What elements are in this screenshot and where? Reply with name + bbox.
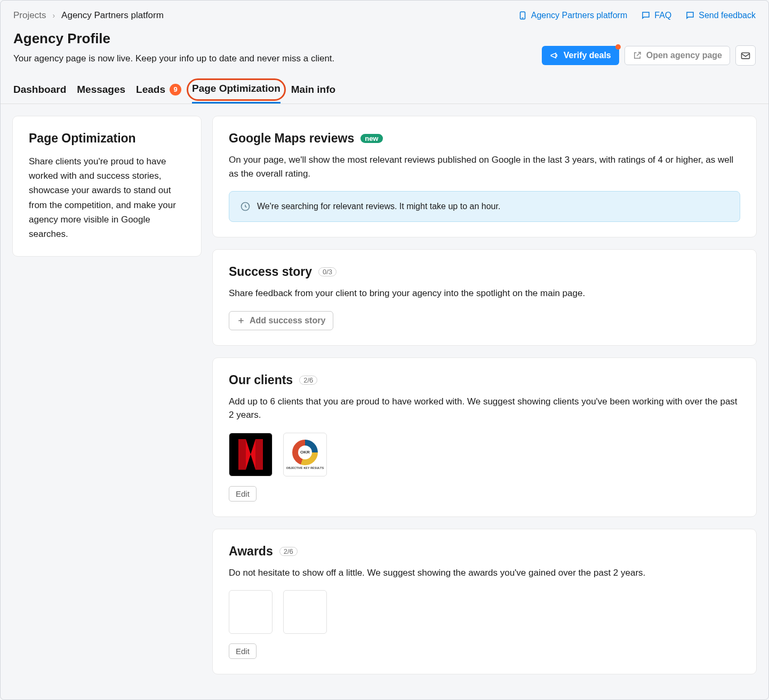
link-faq[interactable]: FAQ <box>641 11 671 20</box>
sidebar-info-card: Page Optimization Share clients you're p… <box>12 116 202 257</box>
tab-dashboard-label: Dashboard <box>13 84 66 96</box>
external-link-icon <box>632 51 642 60</box>
chat-icon <box>641 11 651 20</box>
verify-deals-label: Verify deals <box>564 51 611 60</box>
tab-page-optimization-label: Page Optimization <box>192 83 281 94</box>
mail-button[interactable] <box>735 45 756 66</box>
leads-count-badge: 9 <box>170 84 181 96</box>
success-count-badge: 0/3 <box>318 267 337 276</box>
tab-leads[interactable]: Leads 9 <box>136 84 181 103</box>
clock-icon <box>240 201 251 212</box>
sidebar-title: Page Optimization <box>29 131 185 146</box>
sidebar-body: Share clients you're proud to have worke… <box>29 154 185 241</box>
link-platform[interactable]: Agency Partners platform <box>518 11 628 20</box>
link-feedback-label: Send feedback <box>699 11 756 20</box>
netflix-icon <box>238 439 263 470</box>
edit-awards-button[interactable]: Edit <box>229 643 257 659</box>
tab-leads-label: Leads <box>136 84 165 96</box>
tab-page-optimization[interactable]: Page Optimization <box>192 83 281 104</box>
okr-icon: OKR OBJECTIVE KEY RESULTS <box>286 440 324 470</box>
chevron-right-icon: › <box>52 11 55 20</box>
new-badge: new <box>361 134 382 143</box>
add-success-story-button[interactable]: Add success story <box>229 311 333 330</box>
plus-icon <box>237 316 245 325</box>
page-title: Agency Profile <box>13 30 334 47</box>
client-logo-netflix[interactable] <box>229 433 273 476</box>
verify-deals-button[interactable]: Verify deals <box>542 46 619 65</box>
tab-main-info[interactable]: Main info <box>291 84 335 103</box>
okr-sub-text: OBJECTIVE KEY RESULTS <box>286 466 324 470</box>
tab-dashboard[interactable]: Dashboard <box>13 84 66 103</box>
breadcrumb: Projects › Agency Partners platform <box>13 10 164 21</box>
edit-clients-button[interactable]: Edit <box>229 486 257 502</box>
clients-count-badge: 2/6 <box>299 376 317 385</box>
success-story-card: Success story 0/3 Share feedback from yo… <box>212 249 757 346</box>
maps-desc: On your page, we'll show the most releva… <box>229 153 740 180</box>
link-feedback[interactable]: Send feedback <box>685 11 756 20</box>
success-desc: Share feedback from your client to bring… <box>229 287 740 300</box>
mail-icon <box>740 50 751 61</box>
awards-title: Awards <box>229 544 273 559</box>
page-subtitle: Your agency page is now live. Keep your … <box>13 53 334 64</box>
tab-messages-label: Messages <box>77 84 125 96</box>
breadcrumb-current[interactable]: Agency Partners platform <box>61 10 164 21</box>
add-success-story-label: Add success story <box>250 316 325 325</box>
notification-dot-icon <box>615 44 621 50</box>
breadcrumb-root[interactable]: Projects <box>13 10 46 21</box>
maps-title: Google Maps reviews <box>229 131 354 146</box>
megaphone-icon <box>550 51 559 60</box>
device-icon <box>518 11 527 20</box>
awards-desc: Do not hesitate to show off a little. We… <box>229 566 740 580</box>
client-logo-okr[interactable]: OKR OBJECTIVE KEY RESULTS <box>283 433 327 476</box>
chat-icon <box>685 11 695 20</box>
tab-main-info-label: Main info <box>291 84 335 96</box>
link-faq-label: FAQ <box>654 11 671 20</box>
success-title: Success story <box>229 265 312 279</box>
clients-desc: Add up to 6 clients that you are proud t… <box>229 395 740 422</box>
our-clients-card: Our clients 2/6 Add up to 6 clients that… <box>212 357 757 517</box>
award-logo-1[interactable] <box>229 590 273 634</box>
tabs: Dashboard Messages Leads 9 Page Optimiza… <box>1 70 768 104</box>
maps-info-bar: We're searching for relevant reviews. It… <box>229 191 740 222</box>
clients-title: Our clients <box>229 373 293 387</box>
tab-messages[interactable]: Messages <box>77 84 125 103</box>
awards-count-badge: 2/6 <box>279 547 298 556</box>
awards-card: Awards 2/6 Do not hesitate to show off a… <box>212 529 757 675</box>
open-agency-page-label: Open agency page <box>646 51 722 60</box>
google-maps-reviews-card: Google Maps reviews new On your page, we… <box>212 116 757 237</box>
okr-inner-text: OKR <box>298 446 312 459</box>
link-platform-label: Agency Partners platform <box>531 11 628 20</box>
maps-info-text: We're searching for relevant reviews. It… <box>257 202 500 211</box>
award-logo-2[interactable] <box>283 590 327 634</box>
svg-rect-2 <box>742 53 750 59</box>
open-agency-page-button[interactable]: Open agency page <box>624 46 730 65</box>
